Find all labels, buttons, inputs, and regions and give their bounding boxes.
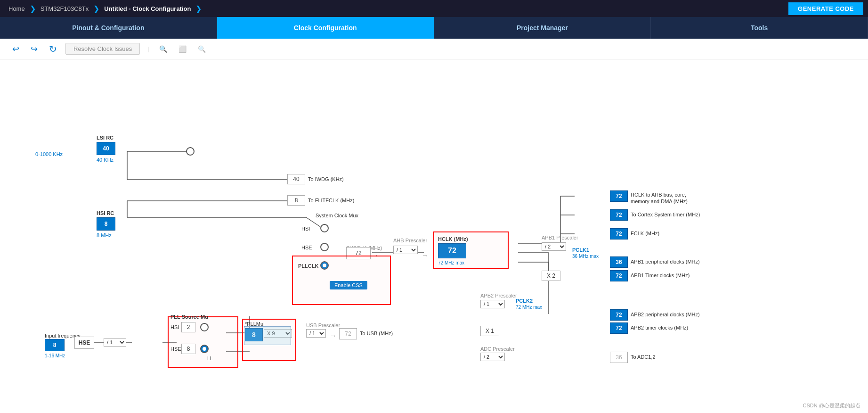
- sep1: ❯: [30, 4, 36, 13]
- hsi-value-box: 8: [97, 217, 115, 231]
- apb1-tim-val-box: 72: [610, 270, 628, 281]
- hsi-freq-label: 8 MHz: [97, 232, 112, 238]
- adc-prescaler-select[interactable]: / 2: [480, 353, 505, 361]
- hclk-label: HCLK (MHz): [438, 236, 468, 242]
- pll-hse-label: HSE: [170, 346, 181, 352]
- lsi-rc-label: LSI RC: [97, 135, 114, 140]
- fclk-to-label: FCLK (MHz): [631, 231, 659, 236]
- apb1-per-to-label: APB1 peripheral clocks (MHz): [631, 259, 700, 264]
- tab-clock[interactable]: Clock Configuration: [217, 17, 434, 39]
- lsi-mux-circle[interactable]: [186, 147, 195, 156]
- pclk2-max-label: 72 MHz max: [516, 305, 542, 310]
- ahb-prescaler-select[interactable]: / 1: [393, 246, 418, 254]
- usb-value-box: 72: [339, 328, 357, 339]
- hclk-ahb-val-box: 72: [610, 190, 628, 202]
- pll-hse-radio[interactable]: [200, 345, 209, 353]
- cortex-val-box: 72: [610, 209, 628, 221]
- adc-to-label: To ADC1,2: [631, 354, 656, 360]
- adc-prescaler-label: ADC Prescaler: [480, 346, 515, 352]
- generate-code-button[interactable]: GENERATE CODE: [788, 2, 863, 15]
- sep3: ❯: [195, 4, 202, 13]
- zoom-in-button[interactable]: 🔍: [156, 44, 170, 54]
- pll-hsi-label: HSI: [170, 324, 179, 330]
- page-breadcrumb[interactable]: Untitled - Clock Configuration: [100, 5, 195, 12]
- pll-hsi-val-box: 2: [181, 322, 195, 332]
- home-breadcrumb[interactable]: Home: [5, 5, 29, 12]
- undo-button[interactable]: ↩: [9, 43, 22, 55]
- hse-box: HSE: [74, 337, 94, 349]
- hsi-mux-label: HSI: [301, 226, 310, 231]
- pllclk-mux-label: PLLCLK: [298, 263, 318, 269]
- clock-canvas: 0-1000 KHz LSI RC 40 40 KHz 40 To IWDG (…: [0, 59, 868, 413]
- hclk-max-label: 72 MHz max: [438, 260, 464, 265]
- ahb-prescaler-label: AHB Prescaler: [393, 238, 427, 243]
- lsi-value-box: 40: [97, 142, 115, 155]
- enable-css-button[interactable]: Enable CSS: [330, 281, 367, 289]
- lsi-range-label: 0-1000 KHz: [35, 151, 63, 157]
- top-nav: Home ❯ STM32F103C8Tx ❯ Untitled - Clock …: [0, 0, 868, 17]
- toolbar: ↩ ↪ ↻ Resolve Clock Issues | 🔍 ⬜ 🔍: [0, 39, 868, 59]
- apb2-tim-val-box: 72: [610, 322, 628, 334]
- sysclk-mux-label: System Clock Mux: [316, 213, 358, 218]
- iwdg-value-box: 40: [287, 174, 305, 184]
- apb1-x2-box: X 2: [542, 271, 560, 281]
- hclk-value-box: 72: [438, 243, 466, 258]
- signal-lines: [0, 59, 868, 413]
- hse-div1-select[interactable]: / 1: [104, 338, 126, 347]
- zoom-out-button[interactable]: 🔍: [195, 44, 209, 54]
- hsi-rc-label: HSI RC: [97, 210, 114, 216]
- svg-line-8: [306, 217, 320, 227]
- reset-button[interactable]: ↻: [46, 42, 60, 56]
- resolve-clock-button[interactable]: Resolve Clock Issues: [65, 43, 140, 55]
- pll-hsi-radio[interactable]: [200, 323, 209, 331]
- arrow-ahb-hclk: →: [422, 252, 428, 259]
- tab-tools[interactable]: Tools: [651, 17, 868, 39]
- redo-button[interactable]: ↪: [28, 43, 41, 55]
- hsi-mux-radio[interactable]: [320, 224, 329, 232]
- lsi-freq-label: 40 KHz: [97, 157, 114, 163]
- hse-mux-radio[interactable]: [320, 243, 329, 251]
- hse-mux-label: HSE: [301, 245, 312, 250]
- cortex-to-label: To Cortex System timer (MHz): [631, 212, 700, 217]
- apb1-prescaler-select[interactable]: / 2: [542, 242, 566, 251]
- input-freq-unit-label: 1-16 MHz: [45, 353, 65, 358]
- pllclk-mux-radio[interactable]: [320, 261, 329, 270]
- arrow-sysclk-ahb: →: [372, 252, 379, 259]
- arrow-usb: →: [330, 332, 336, 339]
- tab-pinout[interactable]: Pinout & Configuration: [0, 17, 217, 39]
- flitf-to-label: To FLITFCLK (MHz): [308, 198, 354, 203]
- apb2-per-to-label: APB2 peripheral clocks (MHz): [631, 312, 700, 317]
- pll-hse-val-box: 8: [181, 344, 195, 354]
- sysclk-value-box: 72: [346, 247, 371, 259]
- input-freq-box[interactable]: 8: [45, 339, 65, 351]
- pclk2-label: PCLK2: [516, 298, 533, 304]
- pll-mul-highlight: [244, 326, 291, 345]
- usb-prescaler-label: USB Prescaler: [306, 322, 340, 328]
- chip-breadcrumb[interactable]: STM32F103C8Tx: [37, 5, 93, 12]
- apb1-tim-to-label: APB1 Timer clocks (MHz): [631, 273, 690, 278]
- clock-diagram: 0-1000 KHz LSI RC 40 40 KHz 40 To IWDG (…: [0, 59, 868, 413]
- apb1-per-val-box: 36: [610, 256, 628, 268]
- pclk1-label: PCLK1: [572, 247, 589, 253]
- apb2-prescaler-select[interactable]: / 1: [480, 300, 505, 308]
- iwdg-to-label: To IWDG (KHz): [308, 176, 344, 182]
- tab-project[interactable]: Project Manager: [434, 17, 651, 39]
- tab-bar: Pinout & Configuration Clock Configurati…: [0, 17, 868, 39]
- fit-button[interactable]: ⬜: [176, 44, 189, 54]
- usb-to-label: To USB (MHz): [360, 330, 393, 336]
- fclk-val-box: 72: [610, 228, 628, 240]
- pll-source-mux-label: PLL Source Mu: [170, 314, 208, 320]
- adc-val-box: 36: [610, 352, 628, 363]
- apb2-x1-box: X 1: [480, 326, 499, 336]
- pclk1-max-label: 36 MHz max: [572, 254, 599, 259]
- flitf-value-box: 8: [287, 195, 305, 206]
- watermark: CSDN @心是温柔的起点: [803, 402, 860, 409]
- pll-ll-label: LL: [207, 355, 213, 361]
- usb-prescaler-select[interactable]: / 1: [306, 329, 326, 338]
- hclk-ahb-to-label: HCLK to AHB bus, core, memory and DMA (M…: [631, 191, 688, 205]
- apb2-prescaler-label: APB2 Prescaler: [480, 293, 517, 298]
- sep2: ❯: [93, 4, 99, 13]
- apb2-tim-to-label: APB2 timer clocks (MHz): [631, 325, 688, 330]
- apb1-prescaler-label: APB1 Prescaler: [542, 235, 578, 240]
- apb2-per-val-box: 72: [610, 309, 628, 321]
